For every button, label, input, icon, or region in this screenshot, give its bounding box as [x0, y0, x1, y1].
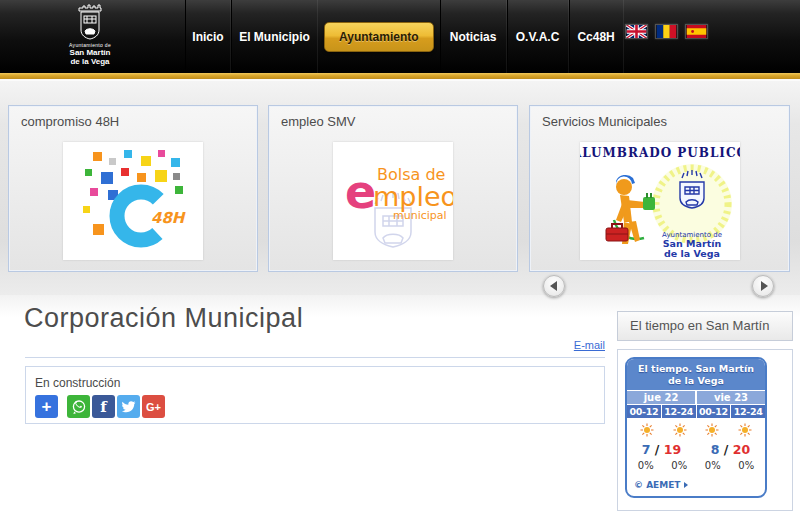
bolsa-empleo-image[interactable]: e Bolsa de mpleo municipal — [333, 142, 453, 260]
precip-value: 0% — [731, 460, 761, 471]
sun-icon — [705, 423, 719, 437]
temp-separator: / — [655, 442, 660, 457]
weather-section-title: El tiempo en San Martín — [617, 311, 793, 341]
twitter-icon — [121, 399, 136, 414]
whatsapp-share-button[interactable] — [67, 395, 90, 418]
construction-text: En construcción — [26, 367, 604, 390]
nav-label: O.V.A.C — [516, 30, 560, 44]
logo-e: e — [345, 165, 376, 219]
precip-value: 0% — [698, 460, 728, 471]
precip-value: 0% — [664, 460, 694, 471]
nav-item-noticias[interactable]: Noticias — [440, 0, 507, 73]
logo-rest: mpleo — [373, 181, 453, 212]
facebook-share-button[interactable]: f — [92, 395, 115, 418]
slot-day1-afternoon[interactable]: 12-24 — [662, 405, 696, 418]
spain-flag-icon[interactable] — [685, 24, 708, 39]
twitter-share-button[interactable] — [117, 395, 140, 418]
plus-icon: + — [42, 398, 52, 415]
email-link[interactable]: E-mail — [25, 339, 605, 351]
nav-label: Noticias — [450, 30, 497, 44]
card-title: empleo SMV — [269, 106, 517, 129]
slot-day2-morning[interactable]: 00-12 — [697, 405, 731, 418]
temp-day1: 7 / 19 — [627, 439, 696, 457]
nav-label: El Municipio — [239, 30, 310, 44]
nav-label-active: Ayuntamiento — [324, 22, 434, 52]
share-plus-button[interactable]: + — [35, 395, 58, 418]
temp-min: 8 — [711, 442, 720, 457]
weather-days-row: jue 22 vie 23 — [627, 390, 765, 404]
googleplus-icon: G+ — [146, 401, 161, 413]
weather-icons-row — [627, 418, 765, 439]
googleplus-share-button[interactable]: G+ — [142, 395, 165, 418]
logo-text-line2: San Martín — [30, 48, 150, 57]
nav-item-inicio[interactable]: Inicio — [185, 0, 231, 73]
top-header: Ayuntamiento de San Martín de la Vega In… — [0, 0, 800, 73]
main-navigation: Inicio El Municipio Ayuntamiento Noticia… — [185, 0, 624, 73]
weather-widget-title: El tiempo. San Martín de la Vega — [627, 359, 765, 390]
site-logo[interactable]: Ayuntamiento de San Martín de la Vega — [30, 4, 150, 70]
day-vie-23: vie 23 — [697, 391, 765, 404]
prev-arrow-icon — [550, 281, 557, 291]
carousel-next-button[interactable] — [752, 275, 774, 297]
card-title: Servicios Municipales — [530, 106, 789, 129]
page-title: Corporación Municipal — [24, 303, 303, 334]
construction-panel: En construcción + f G+ — [25, 366, 605, 424]
carousel-card-servicios-municipales: Servicios Municipales ALUMBRADO PUBLICO … — [529, 105, 790, 272]
aemet-arrow-icon — [684, 482, 688, 488]
weather-widget: El tiempo. San Martín de la Vega jue 22 … — [625, 357, 767, 498]
temp-min: 7 — [642, 442, 651, 457]
carousel-prev-button[interactable] — [543, 275, 565, 297]
uk-flag-icon[interactable] — [625, 24, 648, 39]
temp-max: 20 — [733, 442, 750, 457]
card-title: compromiso 48H — [9, 106, 257, 129]
nav-item-ovac[interactable]: O.V.A.C — [507, 0, 569, 73]
sun-icon — [738, 423, 752, 437]
sun-icon — [673, 423, 687, 437]
slot-day1-morning[interactable]: 00-12 — [627, 405, 661, 418]
carousel-card-empleo-smv: empleo SMV e Bolsa de mpleo municipal — [268, 105, 518, 272]
share-buttons: + f G+ — [26, 390, 604, 418]
caption-line3: de la Vega — [663, 248, 719, 259]
logo-sub: municipal — [393, 209, 447, 222]
nav-label: Inicio — [192, 30, 223, 44]
romania-flag-icon[interactable] — [655, 24, 678, 39]
image-title: ALUMBRADO PUBLICO — [580, 146, 740, 160]
compromiso-48h-image[interactable]: 48H — [63, 142, 203, 260]
aemet-credit-text: © AEMET — [634, 480, 681, 490]
aemet-credit-link[interactable]: © AEMET — [627, 471, 765, 490]
temp-separator: / — [724, 442, 729, 457]
precip-value: 0% — [631, 460, 661, 471]
weather-temps-row: 7 / 19 8 / 20 — [627, 439, 765, 457]
whatsapp-icon — [71, 399, 87, 415]
content-divider — [25, 357, 605, 358]
temp-day2: 8 / 20 — [696, 439, 765, 457]
coat-of-arms-icon — [68, 4, 112, 42]
weather-slots-row: 00-12 12-24 00-12 12-24 — [627, 404, 765, 418]
next-arrow-icon — [761, 281, 768, 291]
day-jue-22: jue 22 — [627, 391, 695, 404]
carousel-card-compromiso-48h: compromiso 48H — [8, 105, 258, 272]
nav-item-cc48h[interactable]: Cc48H — [569, 0, 624, 73]
logo-text-line3: de la Vega — [30, 57, 150, 66]
nav-item-ayuntamiento[interactable]: Ayuntamiento — [318, 0, 440, 73]
slot-day2-afternoon[interactable]: 12-24 — [731, 405, 765, 418]
alumbrado-publico-image[interactable]: ALUMBRADO PUBLICO Ayuntamiento de San Ma… — [580, 142, 740, 260]
nav-label: Cc48H — [577, 30, 614, 44]
nav-item-el-municipio[interactable]: El Municipio — [231, 0, 318, 73]
sun-icon — [640, 423, 654, 437]
feature-carousel-band: compromiso 48H — [0, 79, 800, 295]
temp-max: 19 — [664, 442, 681, 457]
weather-widget-container: El tiempo. San Martín de la Vega jue 22 … — [617, 349, 793, 511]
weather-precip-row: 0% 0% 0% 0% — [627, 457, 765, 471]
facebook-icon: f — [100, 398, 106, 416]
badge-48h: 48H — [151, 209, 186, 227]
language-switcher — [625, 24, 708, 39]
